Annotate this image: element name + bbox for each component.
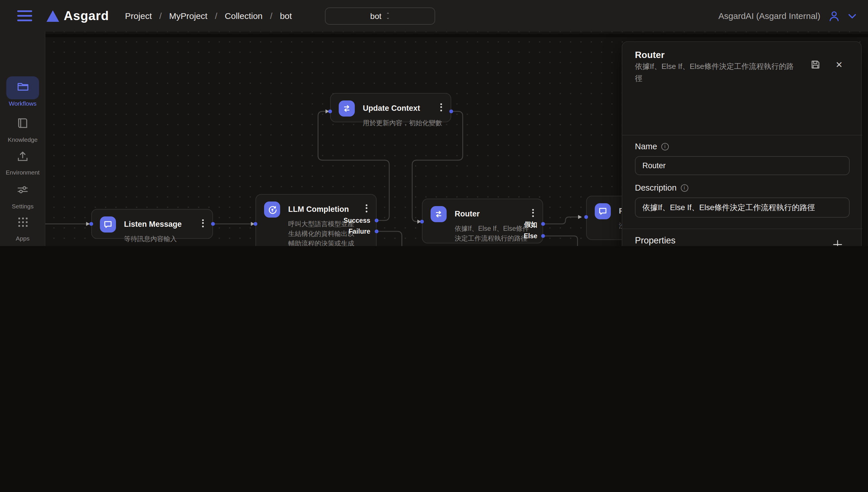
add-property-icon[interactable] <box>833 239 843 246</box>
sidebar-item-label: Workflows <box>0 100 45 107</box>
chevron-down-icon[interactable] <box>848 13 857 19</box>
sliders-icon <box>16 183 29 196</box>
logo-text: Asgard <box>64 8 109 23</box>
sidebar-item-knowledge[interactable]: Knowledge <box>0 117 45 143</box>
breadcrumb-item-bot[interactable]: bot <box>280 11 292 21</box>
apps-grid-icon <box>16 216 29 228</box>
chat-bubble-icon <box>595 203 611 219</box>
node-desc: 用於更新內容，初始化變數 <box>363 118 443 128</box>
node-config-panel: Router 依據If、Else If、Else條件決定工作流程執行的路徑 ✕ … <box>622 41 862 246</box>
sidebar-item-label: Environment <box>0 169 45 176</box>
node-menu-button[interactable] <box>530 207 536 218</box>
output-label-failure: Failure <box>349 228 370 235</box>
sidebar-item-environment[interactable]: Environment <box>0 150 45 176</box>
breadcrumb-separator: / <box>215 11 217 21</box>
properties-section-title: Properties <box>635 236 848 246</box>
node-menu-button[interactable] <box>438 102 444 113</box>
output-label-success: Success <box>344 217 370 224</box>
book-icon <box>16 117 29 130</box>
name-input[interactable] <box>635 156 850 175</box>
node-title: LLM Completion <box>288 205 349 214</box>
output-label-else: Else <box>524 232 537 239</box>
sidebar: Workflows Knowledge Environment Settings <box>0 31 45 246</box>
description-field-label: Description <box>635 183 676 192</box>
llm-cycle-icon <box>264 201 280 218</box>
panel-subtitle: 依據If、Else If、Else條件決定工作流程執行的路徑 <box>635 60 797 84</box>
asgard-logo-icon <box>47 10 59 22</box>
info-icon: i <box>680 184 688 192</box>
node-menu-button[interactable] <box>364 203 369 214</box>
output-label-if: 假如 <box>524 220 537 229</box>
sidebar-item-apps[interactable]: Apps <box>0 216 45 242</box>
workflow-selector[interactable]: bot ⌃⌄ <box>325 7 435 25</box>
description-input[interactable] <box>635 197 850 218</box>
breadcrumb-separator: / <box>159 11 162 21</box>
node-listen-message[interactable]: Listen Message 等待訊息內容輸入 <box>91 209 213 239</box>
sidebar-item-label: Settings <box>0 203 45 210</box>
breadcrumb-item-project[interactable]: Project <box>125 11 152 21</box>
chat-bubble-icon <box>100 217 116 232</box>
sidebar-item-settings[interactable]: Settings <box>0 183 45 210</box>
breadcrumb-item-myproject[interactable]: MyProject <box>169 11 207 21</box>
node-llm-completion[interactable]: LLM Completion 呼叫大型語言模型並產生結構化的資料輸出以輔助流程的… <box>255 194 377 246</box>
node-title: Router <box>455 210 480 218</box>
node-desc: 依據If、Else If、Else條件決定工作流程執行的路徑 <box>455 224 530 243</box>
folder-icon <box>16 80 30 94</box>
panel-title: Router <box>635 50 848 60</box>
sidebar-item-workflows[interactable]: Workflows <box>0 80 45 107</box>
node-update-context[interactable]: Update Context 用於更新內容，初始化變數 <box>330 93 451 122</box>
canvas-scrollbar[interactable] <box>45 34 868 37</box>
user-icon[interactable] <box>827 9 841 23</box>
workflow-selector-value: bot <box>370 11 381 21</box>
breadcrumb: Project / MyProject / Collection / bot <box>125 11 292 21</box>
node-menu-button[interactable] <box>200 218 205 228</box>
app-root: Listen Message 等待訊息內容輸入 LLM Completion 呼… <box>0 0 868 246</box>
node-title: Listen Message <box>124 220 182 228</box>
node-router-1[interactable]: Router 依據If、Else If、Else條件決定工作流程執行的路徑 假如… <box>422 199 543 243</box>
close-icon[interactable]: ✕ <box>836 60 843 69</box>
sidebar-item-label: Apps <box>0 235 45 242</box>
menu-icon[interactable] <box>17 10 32 21</box>
account-label: AsgardAI (Asgard Internal) <box>718 11 820 21</box>
sidebar-item-label: Knowledge <box>0 136 45 143</box>
node-title: Update Context <box>363 104 420 113</box>
swap-arrows-icon <box>339 100 355 117</box>
upload-icon <box>16 150 29 163</box>
info-icon: i <box>661 143 669 150</box>
breadcrumb-separator: / <box>270 11 272 21</box>
node-desc: 等待訊息內容輸入 <box>124 234 204 244</box>
name-field-label: Name <box>635 142 657 151</box>
swap-arrows-icon <box>430 206 447 222</box>
chevron-updown-icon: ⌃⌄ <box>386 13 390 19</box>
topbar: Asgard Project / MyProject / Collection … <box>0 0 868 31</box>
breadcrumb-item-collection[interactable]: Collection <box>225 11 263 21</box>
save-icon[interactable] <box>811 60 821 70</box>
